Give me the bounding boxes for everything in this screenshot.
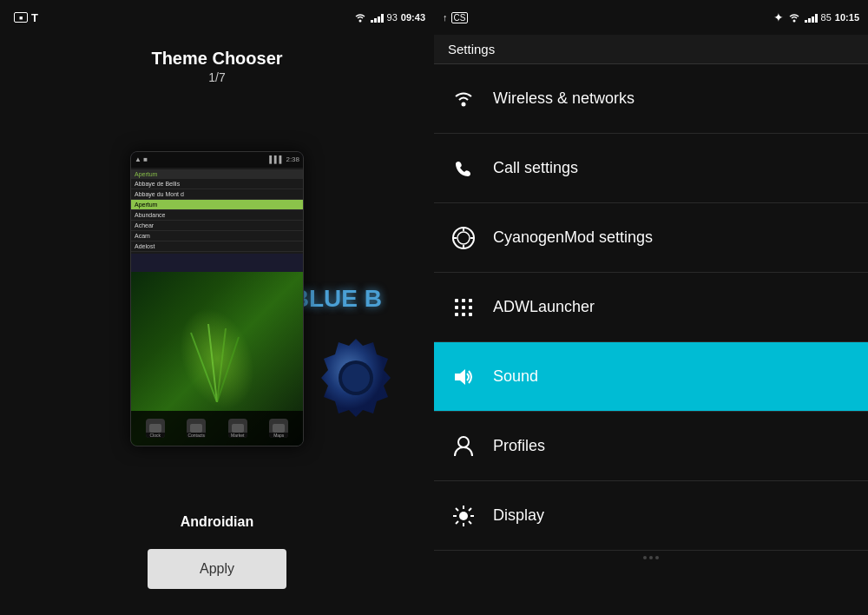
status-right-icons: ✦ 85 10:15 [773,10,859,24]
settings-item-call[interactable]: Call settings [434,134,868,203]
svg-point-8 [462,102,466,106]
notification-icon-2: T [31,11,38,24]
profiles-label: Profiles [493,437,545,455]
svg-point-0 [358,20,361,23]
battery-right: 85 [821,12,832,23]
call-label: Call settings [493,159,578,177]
settings-item-display[interactable]: Display [434,481,868,551]
blue-text-overlay: BLUE B [292,285,382,313]
preview-list-item: Adelost [131,241,303,252]
right-panel: ↑ CS ✦ 85 10:15 Settings [434,0,868,615]
wifi-icon-left [353,12,367,23]
preview-list: Apertum Abbaye de Bellis Abbaye du Mont … [131,168,303,254]
notification-icon-1: ■ [14,12,28,23]
svg-rect-19 [469,313,472,316]
sep-dot-1 [643,556,647,559]
preview-statusbar: ▲ ■ ▌▌▌ 2:38 [131,152,303,168]
status-left-icons: ↑ CS [443,12,468,23]
theme-header: Theme Chooser 1/7 [0,35,434,93]
sound-label: Sound [493,367,538,386]
settings-page-title: Settings [434,35,868,64]
theme-preview-phone: ▲ ■ ▌▌▌ 2:38 Apertum Abbaye de Bellis Ab… [130,151,304,446]
svg-rect-16 [469,306,472,309]
preview-list-item: Abundance [131,210,303,221]
battery-left: 93 [387,12,398,23]
cs-icon: CS [451,12,469,23]
apply-button[interactable]: Apply [148,549,286,589]
status-icons-left: 93 09:43 [353,12,425,23]
dock-icon-maps: Maps [269,419,288,438]
preview-list-item: Abbaye du Mont d [131,189,303,200]
signal-bars-right [805,12,818,23]
left-panel: ■ T 93 09:43 Theme Chooser 1/7 [0,0,434,615]
upload-icon: ↑ [443,12,448,23]
preview-list-item-selected: Apertum [131,200,303,210]
settings-item-cyanogen[interactable]: CyanogenMod settings [434,203,868,273]
call-icon [448,153,479,184]
dock-icon-contacts: Contacts [187,419,206,438]
svg-line-28 [469,521,471,524]
preview-list-item: Acam [131,231,303,241]
apply-btn-container: Apply [0,540,434,615]
signal-bars-left [371,12,384,23]
time-left: 09:43 [401,12,425,23]
svg-point-21 [458,437,469,447]
svg-marker-20 [455,369,465,385]
status-bar-right: ↑ CS ✦ 85 10:15 [434,0,868,35]
svg-rect-15 [462,306,465,309]
time-right: 10:15 [835,12,859,23]
cyanogen-icon [448,222,479,254]
svg-point-22 [459,512,468,520]
theme-name: Androidian [0,504,434,540]
svg-rect-13 [469,299,472,302]
profiles-icon [448,431,479,462]
preview-list-header: Apertum [131,169,303,179]
sep-dot-2 [649,556,653,559]
svg-line-27 [456,508,458,511]
wireless-label: Wireless & networks [493,89,635,108]
svg-rect-17 [455,313,458,316]
svg-rect-11 [455,299,458,302]
svg-line-30 [456,521,458,524]
svg-rect-18 [462,313,465,316]
dock-icon-clock: Clock [146,419,165,438]
theme-title: Theme Chooser [0,49,434,69]
settings-item-adw[interactable]: ADWLauncher [434,273,868,342]
display-label: Display [493,506,544,525]
settings-item-wireless[interactable]: Wireless & networks [434,64,868,134]
svg-rect-12 [462,299,465,302]
settings-item-profiles[interactable]: Profiles [434,412,868,481]
svg-rect-14 [455,306,458,309]
sound-icon [448,361,479,393]
svg-point-10 [457,232,470,244]
sep-dot-3 [655,556,659,559]
theme-counter: 1/7 [0,70,434,84]
settings-list: Wireless & networks Call settings Cyanog… [434,64,868,615]
adw-label: ADWLauncher [493,298,595,316]
preview-dock: Clock Contacts Market Maps [131,411,303,446]
wireless-icon [448,83,479,115]
preview-wallpaper: Clock Contacts Market Maps [131,272,303,446]
settings-item-sound[interactable]: Sound [434,342,868,412]
blue-gear-decoration [304,330,408,434]
svg-point-7 [792,20,795,23]
preview-list-item: Abbaye de Bellis [131,179,303,189]
svg-line-29 [469,508,471,511]
display-icon [448,500,479,532]
adw-icon [448,292,479,323]
preview-list-item: Achear [131,221,303,231]
theme-preview-container[interactable]: BLUE B ▲ ■ ▌▌▌ 2:38 [0,93,434,504]
status-bar-left: ■ T 93 09:43 [0,0,434,35]
wifi-icon-right [787,12,801,23]
cyanogen-label: CyanogenMod settings [493,228,653,247]
dock-icon-market: Market [228,419,247,438]
more-items-indicator [434,551,868,565]
bluetooth-icon: ✦ [773,10,784,24]
svg-point-2 [342,364,370,392]
notification-icons: ■ T [14,11,38,24]
